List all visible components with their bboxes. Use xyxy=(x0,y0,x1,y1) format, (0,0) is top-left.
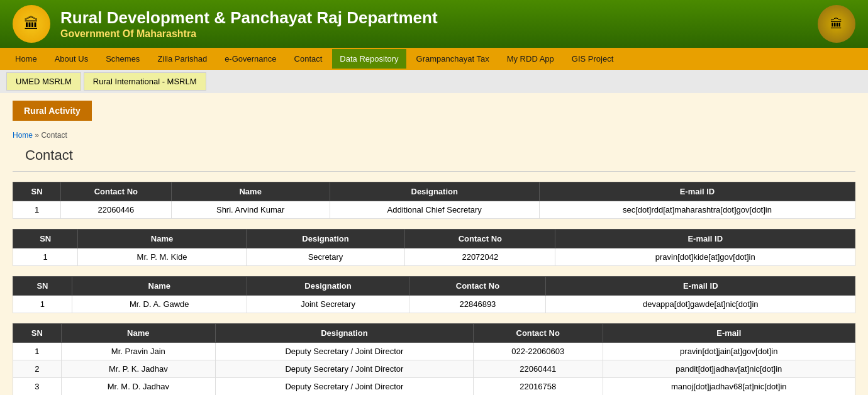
t1-col-email: E-mail ID xyxy=(539,182,855,201)
table-row: 3Mr. M. D. JadhavDeputy Secretary / Join… xyxy=(13,378,855,396)
nav-contact[interactable]: Contact xyxy=(286,48,331,70)
nav-gis[interactable]: GIS Project xyxy=(563,48,622,70)
table-cell: sec[dot]rdd[at]maharashtra[dot]gov[dot]i… xyxy=(539,201,855,219)
table-cell: 3 xyxy=(13,378,62,396)
breadcrumb-home[interactable]: Home xyxy=(13,131,33,140)
table-row: 2Mr. P. K. JadhavDeputy Secretary / Join… xyxy=(13,360,855,378)
table-cell: Deputy Secretary / Joint Director xyxy=(216,378,474,396)
table-cell: 22060441 xyxy=(473,360,603,378)
sub-nav: UMED MSRLM Rural International - MSRLM xyxy=(0,70,868,93)
nav-egovernance[interactable]: e-Governance xyxy=(216,48,285,70)
t2-col-name: Name xyxy=(78,230,246,248)
header: 🏛 Rural Development & Panchayat Raj Depa… xyxy=(0,0,868,48)
table-row: 1Mr. D. A. GawdeJoint Secretary22846893d… xyxy=(13,296,855,313)
table-cell: Mr. D. A. Gawde xyxy=(72,296,247,313)
nav-home[interactable]: Home xyxy=(6,48,46,70)
t3-col-email: E-mail ID xyxy=(546,277,855,296)
t2-col-email: E-mail ID xyxy=(555,230,855,248)
nav-about[interactable]: About Us xyxy=(46,48,97,70)
t4-col-email: E-mail xyxy=(603,324,855,343)
logo-right-icon: 🏛 xyxy=(818,5,855,43)
page-area: Rural Activity Home » Contact Contact SN… xyxy=(0,93,868,395)
table-row: 1Mr. P. M. KideSecretary22072042pravin[d… xyxy=(13,248,855,266)
t1-col-sn: SN xyxy=(13,182,61,201)
t2-col-sn: SN xyxy=(13,230,78,248)
sub-nav-rural-international[interactable]: Rural International - MSRLM xyxy=(84,72,206,91)
table1: SN Contact No Name Designation E-mail ID… xyxy=(13,182,855,219)
t2-col-contactno: Contact No xyxy=(405,230,555,248)
table-cell: manoj[dot]jadhav68[at]nic[dot]in xyxy=(603,378,855,396)
t3-col-contactno: Contact No xyxy=(409,277,546,296)
table-cell: Mr. M. D. Jadhav xyxy=(61,378,215,396)
breadcrumb-current: Contact xyxy=(41,131,67,140)
table-cell: Deputy Secretary / Joint Director xyxy=(216,360,474,378)
t1-col-name: Name xyxy=(171,182,330,201)
page-title: Contact xyxy=(13,145,855,172)
table-cell: Joint Secretary xyxy=(247,296,409,313)
header-title: Rural Development & Panchayat Raj Depart… xyxy=(60,8,438,39)
t4-col-name: Name xyxy=(61,324,215,343)
table-row: 122060446Shri. Arvind KumarAdditional Ch… xyxy=(13,201,855,219)
table-cell: 22846893 xyxy=(409,296,546,313)
rural-activity-btn[interactable]: Rural Activity xyxy=(0,93,868,128)
table-cell: 1 xyxy=(13,201,61,219)
table-cell: pravin[dot]kide[at]gov[dot]in xyxy=(555,248,855,266)
breadcrumb-separator: » xyxy=(35,131,39,140)
table4: SN Name Designation Contact No E-mail 1M… xyxy=(13,323,855,395)
table-cell: 22072042 xyxy=(405,248,555,266)
t3-col-name: Name xyxy=(72,277,247,296)
t4-col-sn: SN xyxy=(13,324,62,343)
table3: SN Name Designation Contact No E-mail ID… xyxy=(13,276,855,313)
nav-grampanchayat[interactable]: Grampanchayat Tax xyxy=(408,48,498,70)
header-left: 🏛 Rural Development & Panchayat Raj Depa… xyxy=(13,5,438,43)
table-cell: 022-22060603 xyxy=(473,343,603,360)
nav-bar: Home About Us Schemes Zilla Parishad e-G… xyxy=(0,48,868,70)
logo-left-icon: 🏛 xyxy=(13,5,50,43)
table-cell: Deputy Secretary / Joint Director xyxy=(216,343,474,360)
table-cell: 22060446 xyxy=(61,201,172,219)
table-cell: 1 xyxy=(13,296,72,313)
table-cell: Shri. Arvind Kumar xyxy=(171,201,330,219)
table-cell: Mr. Pravin Jain xyxy=(61,343,215,360)
table-cell: Mr. P. K. Jadhav xyxy=(61,360,215,378)
nav-myrdd[interactable]: My RDD App xyxy=(498,48,563,70)
t2-col-designation: Designation xyxy=(246,230,405,248)
t3-col-designation: Designation xyxy=(247,277,409,296)
t4-col-contactno: Contact No xyxy=(473,324,603,343)
table-cell: Additional Chief Secretary xyxy=(330,201,539,219)
table2: SN Name Designation Contact No E-mail ID… xyxy=(13,229,855,266)
table-cell: 22016758 xyxy=(473,378,603,396)
nav-schemes[interactable]: Schemes xyxy=(97,48,148,70)
table-cell: 2 xyxy=(13,360,62,378)
t4-col-designation: Designation xyxy=(216,324,474,343)
t1-col-contactno: Contact No xyxy=(61,182,172,201)
nav-data-repository[interactable]: Data Repository xyxy=(331,48,407,70)
table-cell: devappa[dot]gawde[at]nic[dot]in xyxy=(546,296,855,313)
sub-nav-umed[interactable]: UMED MSRLM xyxy=(6,72,81,91)
table-cell: Mr. P. M. Kide xyxy=(78,248,246,266)
table-cell: Secretary xyxy=(246,248,405,266)
table-cell: 1 xyxy=(13,343,62,360)
t3-col-sn: SN xyxy=(13,277,72,296)
site-title: Rural Development & Panchayat Raj Depart… xyxy=(60,8,438,28)
site-subtitle: Government Of Maharashtra xyxy=(60,28,438,40)
table-cell: 1 xyxy=(13,248,78,266)
table-row: 1Mr. Pravin JainDeputy Secretary / Joint… xyxy=(13,343,855,360)
table-cell: pravin[dot]jain[at]gov[dot]in xyxy=(603,343,855,360)
nav-zilla[interactable]: Zilla Parishad xyxy=(148,48,216,70)
t1-col-designation: Designation xyxy=(330,182,539,201)
breadcrumb: Home » Contact xyxy=(0,128,868,145)
contact-section: SN Contact No Name Designation E-mail ID… xyxy=(13,182,855,395)
table-cell: pandit[dot]jadhav[at]nic[dot]in xyxy=(603,360,855,378)
